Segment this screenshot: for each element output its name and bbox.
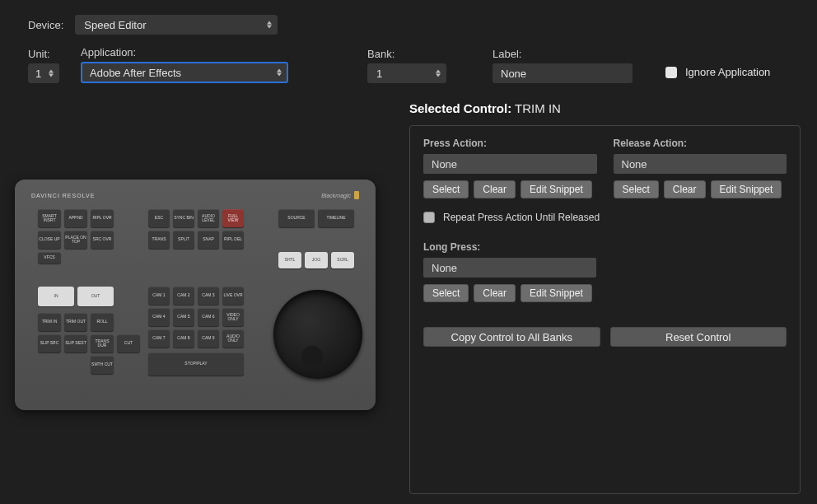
hw-key[interactable]: CUT bbox=[117, 334, 140, 352]
hw-key[interactable]: PLACE ON TOP bbox=[64, 231, 87, 249]
hw-key[interactable]: SYNC BIN bbox=[173, 209, 194, 227]
press-edit-snippet-button[interactable]: Edit Snippet bbox=[521, 180, 592, 198]
hw-key[interactable]: SPLIT bbox=[173, 231, 194, 249]
hw-key[interactable]: CAM 9 bbox=[198, 329, 219, 348]
ignore-application-label: Ignore Application bbox=[685, 66, 770, 78]
hw-key[interactable]: AUDIO ONLY bbox=[222, 329, 244, 348]
ignore-application-checkbox[interactable] bbox=[665, 67, 677, 78]
release-edit-snippet-button[interactable]: Edit Snippet bbox=[711, 180, 782, 198]
hw-key[interactable]: LIVE OVR bbox=[222, 287, 244, 305]
hw-key[interactable]: CAM 5 bbox=[173, 308, 194, 326]
hw-key[interactable]: SHTL bbox=[278, 252, 301, 268]
long-press-label: Long Press: bbox=[423, 241, 787, 253]
reset-control-button[interactable]: Reset Control bbox=[610, 327, 787, 347]
hw-key[interactable]: TRIM OUT bbox=[64, 313, 87, 331]
press-action-field[interactable]: None bbox=[423, 154, 597, 174]
long-press-field[interactable]: None bbox=[423, 258, 596, 278]
unit-label: Unit: bbox=[28, 48, 61, 60]
hw-key[interactable]: ROLL bbox=[91, 313, 114, 331]
application-select[interactable]: Adobe After Effects bbox=[81, 62, 288, 83]
hw-key[interactable]: VFCS bbox=[38, 252, 61, 264]
press-select-button[interactable]: Select bbox=[423, 180, 469, 198]
chevron-updown-icon bbox=[277, 69, 282, 77]
repeat-checkbox[interactable] bbox=[423, 212, 435, 223]
hw-key[interactable]: SOURCE bbox=[278, 209, 315, 227]
hw-key[interactable]: CAM 1 bbox=[148, 287, 170, 305]
label-label: Label: bbox=[493, 48, 633, 60]
hw-key[interactable]: TRANS bbox=[148, 231, 170, 249]
hw-key[interactable]: SRC OVR bbox=[91, 231, 114, 249]
press-action-label: Press Action: bbox=[423, 138, 597, 149]
hw-key[interactable]: SNAP bbox=[198, 231, 219, 249]
hw-key[interactable]: FULL VIEW bbox=[222, 209, 244, 227]
hw-key[interactable]: AUDIO LEVEL bbox=[198, 209, 219, 227]
unit-value: 1 bbox=[35, 68, 41, 80]
hw-key[interactable]: CAM 7 bbox=[148, 329, 170, 348]
usb-icon bbox=[354, 191, 359, 199]
release-action-label: Release Action: bbox=[614, 138, 787, 149]
selected-control-header: Selected Control: TRIM IN bbox=[409, 101, 561, 115]
label-input[interactable]: None bbox=[493, 63, 633, 83]
hw-key[interactable]: OUT bbox=[77, 287, 114, 306]
release-select-button[interactable]: Select bbox=[614, 180, 659, 198]
device-maker: Blackmagic bbox=[321, 191, 359, 199]
hw-key[interactable]: CAM 4 bbox=[148, 308, 170, 326]
hw-key[interactable]: CLOSE UP bbox=[38, 231, 61, 249]
hw-key[interactable]: CAM 3 bbox=[198, 287, 219, 305]
hw-key[interactable]: RIPL OVR bbox=[91, 209, 114, 227]
device-brand: DAVINCI RESOLVE bbox=[31, 193, 95, 198]
unit-select[interactable]: 1 bbox=[28, 63, 59, 83]
hw-key[interactable]: TIMELINE bbox=[318, 209, 354, 227]
hw-key[interactable]: IN bbox=[38, 287, 74, 306]
hw-key[interactable]: STOP/PLAY bbox=[148, 352, 244, 376]
long-clear-button[interactable]: Clear bbox=[474, 284, 516, 302]
hw-key[interactable]: SMTH CUT bbox=[91, 356, 114, 374]
chevron-updown-icon bbox=[49, 70, 54, 77]
long-edit-snippet-button[interactable]: Edit Snippet bbox=[521, 284, 592, 302]
hw-key[interactable]: CAM 8 bbox=[173, 329, 194, 348]
hw-key[interactable]: SCRL bbox=[331, 252, 354, 268]
jog-wheel[interactable] bbox=[273, 290, 362, 379]
bank-label: Bank: bbox=[367, 48, 446, 60]
device-select[interactable]: Speed Editor bbox=[75, 15, 278, 35]
release-clear-button[interactable]: Clear bbox=[664, 180, 706, 198]
bank-select[interactable]: 1 bbox=[367, 63, 446, 83]
long-select-button[interactable]: Select bbox=[423, 284, 469, 302]
label-value: None bbox=[501, 68, 526, 80]
release-action-field[interactable]: None bbox=[614, 154, 787, 174]
chevron-updown-icon bbox=[267, 21, 272, 29]
chevron-updown-icon bbox=[436, 70, 441, 77]
hw-key[interactable]: VIDEO ONLY bbox=[222, 308, 244, 326]
hw-key[interactable]: TRIM IN bbox=[38, 313, 61, 331]
hw-key[interactable]: SLIP DEST bbox=[64, 334, 87, 352]
copy-control-button[interactable]: Copy Control to All Banks bbox=[423, 327, 600, 347]
repeat-label: Repeat Press Action Until Released bbox=[443, 212, 600, 223]
hw-key[interactable]: SLIP SRC bbox=[38, 334, 61, 352]
press-clear-button[interactable]: Clear bbox=[474, 180, 516, 198]
hw-key[interactable]: JOG bbox=[305, 252, 328, 268]
application-value: Adobe After Effects bbox=[90, 67, 181, 79]
device-value: Speed Editor bbox=[84, 19, 146, 31]
hw-key[interactable]: ESC bbox=[148, 209, 170, 227]
hw-key[interactable]: RIPL DEL bbox=[222, 231, 244, 249]
hw-key[interactable]: SMART INSRT bbox=[38, 209, 61, 227]
hw-key[interactable]: APPND bbox=[64, 209, 87, 227]
speed-editor-device: DAVINCI RESOLVE Blackmagic SMART INSRTAP… bbox=[15, 180, 376, 410]
application-label: Application: bbox=[81, 46, 288, 58]
hw-key[interactable]: CAM 6 bbox=[198, 308, 219, 326]
control-panel: Press Action: None Select Clear Edit Sni… bbox=[409, 125, 801, 494]
bank-value: 1 bbox=[376, 68, 382, 80]
device-label: Device: bbox=[28, 19, 63, 31]
hw-key[interactable]: CAM 2 bbox=[173, 287, 194, 305]
hw-key[interactable]: TRANS DUR bbox=[91, 334, 114, 352]
